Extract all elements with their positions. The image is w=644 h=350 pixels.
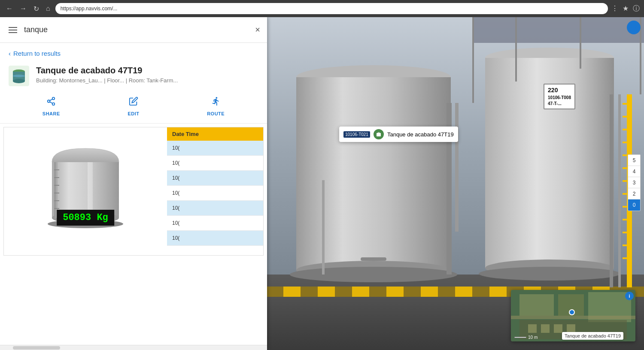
svg-rect-7 — [404, 287, 421, 297]
svg-rect-57 — [554, 324, 562, 333]
browser-toolbar-icons: ⋮ ★ ⓘ — [611, 4, 640, 13]
svg-point-21 — [479, 267, 620, 281]
table-row: 10( — [167, 216, 263, 231]
svg-point-16 — [296, 261, 451, 280]
asset-location: Building: Montornes_Lau... | Floor... | … — [36, 77, 258, 84]
svg-rect-6 — [369, 287, 386, 297]
address-bar[interactable]: https://app.navvis.com/... — [55, 3, 608, 14]
reload-button[interactable]: ↻ — [32, 3, 41, 15]
svg-rect-5 — [335, 287, 352, 297]
minimap-tooltip-text: Tanque de acabado 47T19 — [565, 333, 621, 338]
share-label: SHARE — [43, 111, 60, 116]
minimap-scale: 10 m — [514, 335, 538, 340]
tank-display-value: 50893 Kg — [57, 210, 114, 226]
svg-rect-55 — [528, 324, 537, 333]
svg-rect-59 — [511, 316, 635, 319]
scale-label: 10 m — [528, 335, 538, 340]
asset-text-block: Tanque de acabado 47T19 Building: Montor… — [36, 66, 258, 84]
scale-bar — [514, 337, 526, 338]
browser-chrome: ← → ↻ ⌂ https://app.navvis.com/... ⋮ ★ ⓘ — [0, 0, 644, 17]
svg-rect-56 — [541, 324, 550, 333]
svg-rect-44 — [472, 17, 474, 103]
close-button[interactable]: × — [255, 25, 260, 35]
zoom-level-5[interactable]: 5 — [628, 155, 640, 166]
svg-point-14 — [296, 65, 451, 89]
svg-point-65 — [52, 97, 55, 100]
tank-svg-container: 50893 Kg — [36, 144, 135, 238]
zoom-level-3[interactable]: 3 — [628, 177, 640, 188]
svg-point-63 — [13, 79, 25, 83]
horizontal-scrollbar[interactable] — [0, 345, 267, 350]
return-to-results-link[interactable]: ‹ Return to results — [0, 43, 267, 62]
scrollbar-thumb[interactable] — [13, 346, 60, 350]
building-label: Building: Montornes_Lau... — [36, 77, 103, 84]
svg-point-67 — [52, 103, 55, 106]
floor-label: Floor... — [107, 77, 124, 84]
table-rows: 10( 10( 10( 10( 10( 10( 10( — [167, 141, 263, 246]
user-avatar[interactable]: 👤 — [627, 21, 641, 34]
tooltip-tag: 10106-T021 — [343, 131, 370, 138]
forward-button[interactable]: → — [18, 3, 28, 14]
svg-rect-15 — [296, 77, 451, 270]
minimap-info-button[interactable]: i — [625, 292, 634, 300]
separator2: | — [126, 77, 127, 84]
svg-rect-37 — [623, 232, 631, 233]
svg-line-68 — [50, 102, 52, 103]
svg-point-17 — [290, 267, 457, 282]
table-row: 10( — [167, 201, 263, 216]
asset-title: Tanque de acabado 47T19 — [36, 66, 258, 75]
scene-label-line1: 220 — [548, 86, 571, 95]
separator1: | — [104, 77, 105, 84]
asset-info-section: Tanque de acabado 47T19 Building: Montor… — [0, 62, 267, 93]
zoom-level-0[interactable]: 0 — [628, 199, 640, 211]
info-icon: i — [629, 293, 630, 299]
zoom-level-4[interactable]: 4 — [628, 166, 640, 177]
scene-asset-label: 220 10106-T008 47-T-... — [544, 84, 575, 109]
svg-rect-9 — [472, 287, 489, 297]
minimap[interactable]: i Tanque de acabado 47T19 10 m — [511, 290, 635, 341]
map-tooltip: 10106-T021 Tanque de acabado 47T19 — [339, 127, 458, 142]
svg-rect-24 — [610, 94, 613, 287]
svg-rect-28 — [623, 116, 631, 118]
table-row: 10( — [167, 156, 263, 171]
svg-rect-4 — [301, 287, 318, 297]
svg-rect-29 — [623, 129, 631, 130]
sidebar-content[interactable]: ‹ Return to results — [0, 43, 267, 345]
svg-point-66 — [48, 100, 50, 103]
content-area: 50893 Kg Date Time 10( 10( 10( 10( 10( 1… — [3, 127, 264, 256]
svg-rect-8 — [438, 287, 455, 297]
action-buttons-bar: SHARE EDIT — [0, 93, 267, 124]
share-button[interactable]: SHARE — [43, 97, 60, 116]
chevron-left-icon: ‹ — [9, 50, 11, 57]
svg-rect-51 — [519, 294, 554, 316]
sidebar-header: tanque × — [0, 17, 267, 43]
asset-icon-container — [9, 66, 29, 86]
svg-rect-74 — [54, 162, 56, 218]
share-icon — [46, 97, 56, 109]
edit-button[interactable]: EDIT — [128, 97, 139, 116]
zoom-level-2[interactable]: 2 — [628, 188, 640, 199]
svg-rect-27 — [623, 103, 631, 105]
minimap-background: i Tanque de acabado 47T19 10 m — [511, 290, 635, 341]
hamburger-menu-button[interactable] — [7, 25, 19, 35]
svg-rect-39 — [623, 257, 631, 259]
home-button[interactable]: ⌂ — [44, 3, 52, 14]
table-row: 10( — [167, 141, 263, 156]
svg-rect-23 — [455, 103, 459, 232]
svg-point-18 — [485, 48, 614, 68]
hamburger-icon — [9, 27, 17, 33]
minimap-tooltip: Tanque de acabado 47T19 — [562, 332, 623, 340]
data-table-container: Date Time 10( 10( 10( 10( 10( 10( 10( — [167, 127, 263, 255]
svg-point-20 — [485, 259, 614, 277]
zoom-controls: 5 4 3 2 0 — [628, 154, 641, 211]
svg-rect-25 — [618, 94, 621, 287]
svg-rect-3 — [266, 287, 283, 297]
route-button[interactable]: ROUTE — [207, 97, 225, 116]
sidebar-panel: tanque × ‹ Return to results — [0, 17, 267, 350]
svg-rect-46 — [580, 17, 581, 69]
table-row: 10( — [167, 171, 263, 186]
scene-label-line3: 47-T-... — [548, 101, 571, 107]
route-label: ROUTE — [207, 111, 225, 116]
tank-visualization: 50893 Kg — [4, 127, 167, 255]
back-button[interactable]: ← — [4, 3, 15, 14]
